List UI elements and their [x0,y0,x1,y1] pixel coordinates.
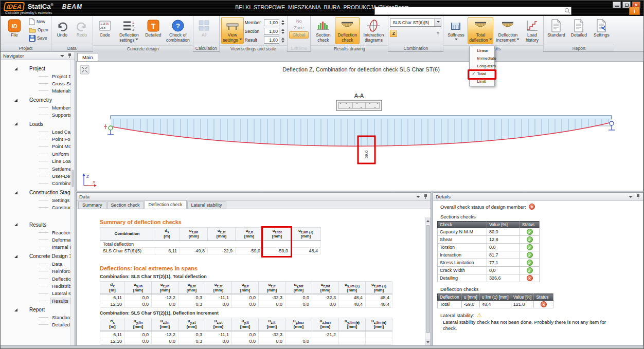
menu-item-linear[interactable]: Linear [470,47,494,54]
navigator-item-materials[interactable]: Materials [1,87,70,95]
tab-section-check[interactable]: Section check [107,201,144,209]
tab-summary[interactable]: Summary [78,201,106,209]
menu-item-long-term[interactable]: Long-term [470,62,494,70]
extreme-global-button[interactable]: Global [289,31,309,39]
chevron-down-icon[interactable] [629,196,633,200]
navigator-item-standard[interactable]: Standard [1,314,70,321]
menu-item-immediate[interactable]: Immediate [470,54,494,62]
zoom-extents-icon[interactable] [80,65,89,74]
navigator-item-members[interactable]: Members [1,104,70,111]
navigator-scrollbar[interactable] [70,60,75,348]
search-input[interactable] [375,8,564,14]
pin-icon[interactable] [67,53,72,59]
navigator-item-user-defined-forces[interactable]: User-Defined Forces [1,172,70,179]
expander-icon[interactable] [14,122,17,125]
interaction-diagrams-button[interactable]: Interaction diagrams [361,17,386,44]
navigator-section-results[interactable]: Results [1,221,70,229]
report-detailed-button[interactable]: Detailed [568,17,589,44]
load-history-button[interactable]: Load history [522,17,542,44]
save-button[interactable]: Save [28,34,49,42]
calculate-all-button[interactable]: All [195,17,213,44]
member-scale-input[interactable]: 1,00 [264,19,279,26]
code-button[interactable]: 1,159026,8 Code [95,17,115,44]
navigator-item-settings[interactable]: Settings [1,196,70,204]
navigator-item-deflection[interactable]: Deflection [1,275,70,282]
navigator-item-detailed[interactable]: Detailed [1,321,70,328]
tab-main[interactable]: Main [77,53,98,61]
deflection-settings-button[interactable]: 123 Deflection settings [116,17,142,44]
total-deflection-button[interactable]: Total deflection [468,17,493,44]
pin-icon[interactable] [636,194,640,199]
expander-icon[interactable] [14,191,17,194]
navigator-item-settlement[interactable]: Settlement [1,165,70,172]
expander-icon[interactable] [14,255,17,258]
chevron-down-icon[interactable] [416,196,420,200]
tab-deflection-check[interactable]: Deflection check [145,200,187,209]
file-button[interactable]: ID File [2,17,27,44]
navigator-item-line-loads[interactable]: Line Loads [1,158,70,165]
navigator-section-loads[interactable]: Loads [1,120,70,128]
navigator-item-deformations[interactable]: Deformations [1,236,70,243]
pin-icon[interactable] [423,194,428,199]
navigator-section-construction-stages[interactable]: Construction Stages [1,189,70,196]
member-scale-stepper[interactable] [281,19,285,27]
section-check-button[interactable]: Section check [312,17,334,44]
navigator-item-reinforcement[interactable]: Reinforcement [1,267,70,274]
redo-button[interactable]: Redo [73,17,91,44]
stiffness-button[interactable]: Stiffness [445,17,467,44]
tab-lateral-stability[interactable]: Lateral stability [187,201,226,209]
navigator-item-results[interactable]: Results [1,297,70,304]
navigator-item-internal-forces[interactable]: Internal Forces [1,244,70,251]
menu-item-total[interactable]: ✓Total [470,70,494,78]
navigator-item-uniform-loads[interactable]: Uniform Loads [1,150,70,157]
extreme-zone-button[interactable]: Zone [289,25,309,31]
navigator-item-cross-sections[interactable]: Cross-Sections [1,80,70,87]
scroll-up-icon[interactable] [425,217,431,224]
navigator-item-construction-stages[interactable]: Construction Stages [1,204,70,211]
detailed-button[interactable]: T Detailed [143,17,164,44]
navigator-item-redistribution-and-reduction[interactable]: Redistribution and reduction [1,282,70,289]
data-scrollbar[interactable] [425,217,431,346]
navigator-item-lateral-stability[interactable]: Lateral stability [1,290,70,297]
open-button[interactable]: Open [28,26,49,33]
direction-y-toggle[interactable]: Y [436,31,439,36]
undo-button[interactable]: Undo [53,17,71,44]
navigator-item-project-data[interactable]: Project Data [1,72,70,80]
menu-item-limit[interactable]: Limit [470,78,494,85]
navigator-section-report[interactable]: Report [1,306,70,314]
view-settings-button[interactable]: View settings [221,17,244,44]
main-canvas[interactable]: Deflection Z, Combination for deflection… [76,61,643,191]
expander-icon[interactable] [14,308,17,311]
combination-select[interactable]: SLS Char ST(6)(5) [390,19,441,27]
navigator-item-supports[interactable]: Supports [1,112,70,119]
navigator-item-reactions[interactable]: Reactions [1,229,70,236]
info-button[interactable]: i [629,7,640,15]
navigator-item-load-cases[interactable]: Load Cases [1,128,70,135]
navigator-item-point-forces[interactable]: Point Forces [1,135,70,142]
deflection-increment-button[interactable]: Deflection increment [494,17,521,44]
navigator-section-concrete-design-1d[interactable]: Concrete Design 1D [1,252,70,260]
extreme-no-button[interactable]: No [289,18,309,24]
navigator-section-project[interactable]: Project [1,65,70,72]
navigator-item-combinations[interactable]: Combinations [1,180,70,187]
new-button[interactable]: New [28,18,49,25]
chevron-down-icon[interactable] [60,55,64,59]
check-of-combination-button[interactable]: ? Check of combination [165,17,191,44]
navigator-item-data[interactable]: Data [1,260,70,267]
navigator-section-geometry[interactable]: Geometry [1,96,70,104]
direction-z-toggle[interactable]: Z [390,30,397,37]
scroll-thumb[interactable] [426,225,430,333]
combination-dropdown-icon[interactable] [434,19,441,26]
navigator-item-point-moments[interactable]: Point Moments [1,143,70,150]
section-scale-stepper[interactable] [281,27,285,35]
expander-icon[interactable] [14,99,17,102]
result-scale-stepper[interactable] [281,36,285,44]
report-standard-button[interactable]: Standard [545,17,567,44]
section-scale-input[interactable]: 1,00 [264,28,279,35]
deflection-check-button[interactable]: Deflection check [335,17,360,44]
expander-icon[interactable] [14,223,17,226]
minimize-button[interactable] [613,2,621,8]
report-settings-button[interactable]: Settings [591,17,612,44]
result-scale-input[interactable]: 1,00 [264,36,279,44]
expander-icon[interactable] [14,67,17,70]
